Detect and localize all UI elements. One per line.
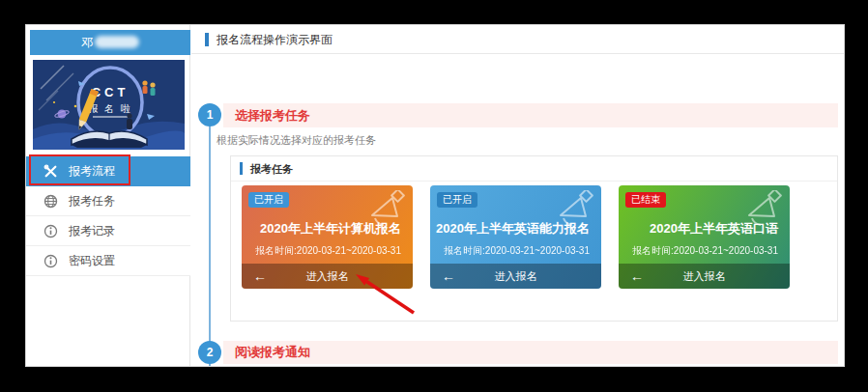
sidebar-item-label: 报考流程 [69,163,115,180]
sidebar: 邓 CCT 报 名 啦 [26,25,190,366]
task-title: 2020年上半年英语口语 [650,220,778,238]
section-marker [205,33,209,46]
step1-description: 根据实际情况选择对应的报考任务 [217,133,376,148]
task-card-footer: ← 进入报名 [430,264,601,289]
sidebar-item-label: 报考任务 [69,193,115,210]
status-badge: 已开启 [437,192,477,208]
step-timeline-line [209,115,211,366]
enter-registration-button[interactable]: 进入报名 [430,264,601,289]
sidebar-item-exam-records[interactable]: 报考记录 [26,216,190,246]
main-content: 报名流程操作演示界面 选择报考任务 1 根据实际情况选择对应的报考任务 报考任务… [191,25,844,366]
sidebar-item-exam-process[interactable]: 报考流程 [26,156,190,186]
sidebar-item-label: 报考记录 [69,223,115,239]
step1-number-badge: 1 [198,103,221,126]
banner-illustration: CCT 报 名 啦 [33,60,185,150]
task-panel-header: 报考任务 [231,156,837,182]
task-panel: 报考任务 已开启 2020年上半年计算机报名 报名时间 [230,155,838,322]
sidebar-item-label: 密码设置 [69,253,115,269]
sidebar-item-password-settings[interactable]: 密码设置 [26,246,190,276]
step1-header-strip: 选择报考任务 [223,103,838,127]
task-time: 报名时间:2020-03-21~2020-03-31 [632,244,778,258]
sidebar-item-exam-tasks[interactable]: 报考任务 [26,186,190,216]
app-window: 邓 CCT 报 名 啦 [25,24,845,367]
task-card-list: 已开启 2020年上半年计算机报名 报名时间:2020-03-21~2020-0… [242,185,822,289]
task-card-footer: ← 进入报名 [242,264,413,289]
enter-registration-button[interactable]: 进入报名 [242,264,413,289]
task-card-footer: ← 进入报名 [619,264,790,289]
status-badge: 已开启 [248,192,289,208]
back-arrow-icon[interactable]: ← [253,264,267,289]
user-name: 邓 [81,36,93,49]
back-arrow-icon[interactable]: ← [442,264,455,289]
page-header: 报名流程操作演示界面 [191,25,844,54]
step1-title: 选择报考任务 [223,103,838,127]
task-title: 2020年上半年计算机报名 [260,220,401,238]
step2-header-strip: 阅读报考通知 [223,341,838,364]
task-card-computer[interactable]: 已开启 2020年上半年计算机报名 报名时间:2020-03-21~2020-0… [242,185,413,289]
page-title: 报名流程操作演示界面 [217,25,333,54]
tools-icon [43,164,58,179]
sidebar-menu: 报考流程 报考任务 [26,156,190,276]
back-arrow-icon[interactable]: ← [630,264,644,289]
banner-subtitle: 报 名 啦 [88,103,132,114]
task-panel-title: 报考任务 [250,156,293,182]
task-time: 报名时间:2020-03-21~2020-03-31 [255,244,401,258]
screenshot-frame: 邓 CCT 报 名 啦 [0,0,868,392]
censored-name-blur [95,36,139,48]
info-icon [43,254,58,268]
status-badge: 已结束 [625,192,666,208]
task-time: 报名时间:2020-03-21~2020-03-31 [444,244,590,258]
task-card-english-ability[interactable]: 已开启 2020年上半年英语能力报名 报名时间:2020-03-21~2020-… [430,185,601,289]
user-name-bar: 邓 [30,30,190,55]
globe-icon [43,194,58,209]
step2-number-badge: 2 [198,341,221,364]
enter-registration-button[interactable]: 进入报名 [619,264,790,289]
task-card-english-speaking[interactable]: 已结束 2020年上半年英语口语 报名时间:2020-03-21~2020-03… [619,185,790,289]
section-marker [240,162,243,175]
info-icon [43,224,58,238]
step2-title: 阅读报考通知 [223,341,838,364]
task-title: 2020年上半年英语能力报名 [436,220,590,238]
